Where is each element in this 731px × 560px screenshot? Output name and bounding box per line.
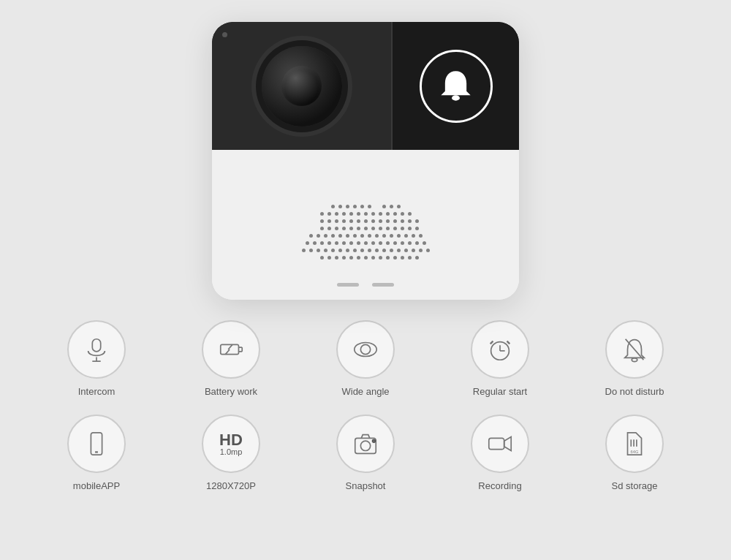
svg-line-15 <box>491 341 493 344</box>
svg-point-11 <box>360 344 370 354</box>
sd-card-icon-circle: 64G <box>605 415 664 473</box>
mobile-app-label: mobileAPP <box>73 480 120 491</box>
svg-point-23 <box>373 439 376 442</box>
svg-rect-1 <box>92 339 100 352</box>
microphone-icon <box>83 336 110 363</box>
hd-sub: 1.0mp <box>219 448 243 456</box>
features-section: Intercom Battery work <box>0 300 731 499</box>
svg-line-16 <box>507 341 510 344</box>
hd-main: HD <box>219 432 243 448</box>
feature-resolution: HD 1.0mp 1280X720P <box>173 415 289 491</box>
do-not-disturb-icon-circle <box>605 320 664 379</box>
features-row-1: Intercom Battery work <box>29 320 702 397</box>
hd-icon-circle: HD 1.0mp <box>202 415 260 473</box>
snapshot-label: Snapshot <box>346 480 386 491</box>
sd-storage-label: Sd storage <box>612 480 658 491</box>
do-not-disturb-label: Do not disturb <box>605 386 664 397</box>
svg-marker-25 <box>504 437 512 451</box>
camera-side <box>212 22 391 150</box>
clock-alarm-icon-circle <box>471 320 529 379</box>
svg-point-17 <box>632 358 637 362</box>
intercom-label: Intercom <box>78 386 115 397</box>
feature-sd-storage: 64G Sd storage <box>576 415 693 491</box>
svg-text:64G: 64G <box>631 450 639 454</box>
snapshot-icon-circle <box>336 415 395 473</box>
features-row-2: mobileAPP HD 1.0mp 1280X720P S <box>29 415 702 491</box>
device-top <box>212 22 519 150</box>
feature-battery-work: Battery work <box>173 320 289 397</box>
battery-icon-circle <box>202 320 260 379</box>
svg-point-22 <box>360 441 370 450</box>
wide-angle-icon-circle <box>336 320 395 379</box>
feature-regular-start: Regular start <box>442 320 558 397</box>
mobile-icon-circle <box>67 415 126 473</box>
feature-snapshot: Snapshot <box>307 415 424 491</box>
feature-wide-angle: Wide angle <box>307 320 424 397</box>
svg-line-18 <box>626 339 644 360</box>
svg-line-8 <box>228 344 232 349</box>
recording-label: Recording <box>478 480 521 491</box>
hd-text: HD 1.0mp <box>219 432 243 456</box>
resolution-label: 1280X720P <box>206 480 256 491</box>
bell-side <box>391 22 519 150</box>
feature-recording: Recording <box>442 415 558 491</box>
device-bottom-bar <box>337 283 394 287</box>
feature-mobile-app: mobileAPP <box>38 415 155 491</box>
battery-icon <box>217 336 245 363</box>
bell-icon <box>436 66 476 106</box>
doorbell-device <box>212 22 519 300</box>
regular-start-label: Regular start <box>473 386 527 397</box>
feature-intercom: Intercom <box>38 320 155 397</box>
camera-lens-inner <box>281 66 322 106</box>
recording-icon-circle <box>471 415 529 473</box>
bell-circle <box>420 50 493 123</box>
speaker-dots <box>302 205 430 260</box>
product-section <box>0 0 731 300</box>
camera-dot <box>222 32 227 37</box>
svg-point-0 <box>452 95 460 100</box>
snapshot-icon <box>352 430 379 458</box>
wide-angle-label: Wide angle <box>341 386 389 397</box>
wide-angle-icon <box>352 336 379 363</box>
device-bottom <box>212 150 519 300</box>
bell-slash-icon <box>621 336 648 363</box>
bottom-bar-left <box>337 283 359 287</box>
svg-line-9 <box>225 349 230 355</box>
video-icon <box>486 430 514 458</box>
bottom-bar-right <box>372 283 394 287</box>
clock-alarm-icon <box>486 336 514 363</box>
intercom-icon-circle <box>67 320 126 379</box>
mobile-icon <box>83 430 110 458</box>
battery-work-label: Battery work <box>205 386 257 397</box>
feature-do-not-disturb: Do not disturb <box>576 320 693 397</box>
svg-rect-24 <box>489 438 504 449</box>
camera-lens-outer <box>262 46 342 126</box>
sd-card-icon: 64G <box>621 430 648 458</box>
svg-rect-4 <box>221 344 239 354</box>
